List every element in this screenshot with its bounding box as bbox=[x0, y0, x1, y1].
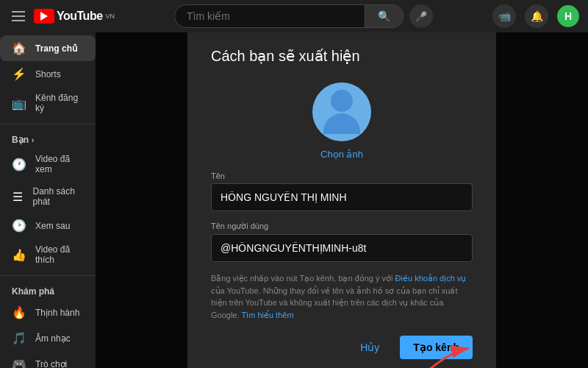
terms-text: Bằng việc nhấp vào nút Tạo kênh, bạn đồn… bbox=[211, 272, 473, 321]
avatar-circle[interactable] bbox=[312, 82, 371, 141]
mic-button[interactable]: 🎤 bbox=[409, 4, 433, 28]
gaming-icon: 🎮 bbox=[12, 357, 26, 368]
section-ban: Bạn › bbox=[0, 129, 96, 148]
vn-badge: VN bbox=[106, 13, 115, 20]
search-input[interactable] bbox=[187, 10, 353, 22]
sidebar-item-label: Thịnh hành bbox=[35, 308, 79, 318]
youtube-logo-text: YouTube bbox=[57, 10, 103, 23]
section-kham-pha: Khám phá bbox=[0, 280, 96, 300]
search-bar: 🔍 🎤 bbox=[123, 4, 484, 28]
modal-footer: Hủy Tạo kênh bbox=[211, 336, 473, 359]
modal-title: Cách bạn sẽ xuất hiện bbox=[211, 47, 473, 65]
sidebar-item-trang-chu[interactable]: 🏠 Trang chủ bbox=[0, 35, 96, 61]
sidebar: 🏠 Trang chủ ⚡ Shorts 📺 Kênh đăng ký Bạn … bbox=[0, 32, 96, 368]
header: YouTubeVN 🔍 🎤 📹 🔔 H bbox=[0, 0, 588, 32]
hamburger-icon[interactable] bbox=[9, 8, 28, 24]
username-input-group: Tên người dùng bbox=[211, 222, 473, 262]
sidebar-item-label: Video đã thích bbox=[35, 244, 84, 265]
avatar-section: Chọn ảnh bbox=[211, 82, 473, 160]
search-button[interactable]: 🔍 bbox=[365, 4, 404, 28]
search-icon: 🔍 bbox=[378, 10, 390, 22]
sidebar-divider-1 bbox=[0, 124, 96, 124]
youtube-logo-icon bbox=[34, 9, 54, 24]
upload-icon: 📹 bbox=[498, 10, 511, 22]
username-label: Tên người dùng bbox=[211, 222, 473, 231]
playlist-icon: ☰ bbox=[12, 190, 24, 204]
sidebar-item-kenh-dang-ky[interactable]: 📺 Kênh đăng ký bbox=[0, 87, 96, 119]
upload-button[interactable]: 📹 bbox=[492, 4, 516, 28]
sidebar-item-label: Xem sau bbox=[35, 221, 70, 231]
subscription-icon: 📺 bbox=[12, 96, 26, 110]
modal-overlay: Cách bạn sẽ xuất hiện Chọn ảnh Tên bbox=[96, 32, 588, 368]
name-input-group: Tên bbox=[211, 171, 473, 211]
sidebar-item-label: Danh sách phát bbox=[33, 186, 84, 207]
create-channel-modal: Cách bạn sẽ xuất hiện Chọn ảnh Tên bbox=[187, 32, 496, 368]
content-area: Cách bạn sẽ xuất hiện Chọn ảnh Tên bbox=[96, 32, 588, 368]
mic-icon: 🎤 bbox=[415, 11, 427, 22]
sidebar-item-tro-choi[interactable]: 🎮 Trò chơi bbox=[0, 351, 96, 368]
sidebar-item-xem-sau[interactable]: 🕑 Xem sau bbox=[0, 213, 96, 238]
terms-link-2[interactable]: Tìm hiểu thêm bbox=[241, 311, 293, 319]
watch-later-icon: 🕑 bbox=[12, 219, 26, 233]
music-icon: 🎵 bbox=[12, 331, 26, 345]
sidebar-item-label: Kênh đăng ký bbox=[35, 93, 84, 113]
sidebar-item-video-da-xem[interactable]: 🕐 Video đã xem bbox=[0, 148, 96, 180]
avatar-head bbox=[331, 90, 353, 112]
home-icon: 🏠 bbox=[12, 41, 26, 55]
header-right: 📹 🔔 H bbox=[492, 4, 579, 28]
bell-icon: 🔔 bbox=[531, 10, 543, 22]
create-channel-button[interactable]: Tạo kênh bbox=[400, 336, 473, 359]
name-input[interactable] bbox=[211, 183, 473, 211]
sidebar-item-danh-sach-phat[interactable]: ☰ Danh sách phát bbox=[0, 180, 96, 213]
youtube-logo[interactable]: YouTubeVN bbox=[34, 9, 115, 24]
sidebar-item-am-nhac[interactable]: 🎵 Âm nhạc bbox=[0, 325, 96, 351]
person-avatar-icon bbox=[323, 90, 360, 134]
sidebar-item-label: Âm nhạc bbox=[35, 333, 71, 344]
main-layout: 🏠 Trang chủ ⚡ Shorts 📺 Kênh đăng ký Bạn … bbox=[0, 32, 588, 368]
sidebar-item-label: Video đã xem bbox=[35, 154, 84, 174]
sidebar-divider-2 bbox=[0, 275, 96, 276]
liked-icon: 👍 bbox=[12, 248, 26, 262]
sidebar-item-label: Trang chủ bbox=[35, 43, 78, 54]
shorts-icon: ⚡ bbox=[12, 67, 26, 81]
sidebar-item-label: Trò chơi bbox=[35, 359, 67, 369]
header-left: YouTubeVN bbox=[9, 8, 115, 24]
name-label: Tên bbox=[211, 171, 473, 180]
user-avatar-button[interactable]: H bbox=[557, 5, 579, 27]
trending-icon: 🔥 bbox=[12, 305, 26, 319]
notifications-button[interactable]: 🔔 bbox=[525, 4, 548, 28]
history-icon: 🕐 bbox=[12, 158, 26, 171]
choose-photo-link[interactable]: Chọn ảnh bbox=[320, 149, 363, 160]
username-input[interactable] bbox=[211, 234, 473, 262]
cancel-button[interactable]: Hủy bbox=[351, 336, 388, 359]
sidebar-item-label: Shorts bbox=[35, 69, 61, 79]
sidebar-item-thinh-hanh[interactable]: 🔥 Thịnh hành bbox=[0, 300, 96, 325]
avatar-body bbox=[323, 113, 360, 134]
search-input-wrap bbox=[174, 4, 365, 28]
sidebar-item-shorts[interactable]: ⚡ Shorts bbox=[0, 61, 96, 87]
terms-link-1[interactable]: Điều khoản dịch vụ bbox=[395, 274, 467, 283]
sidebar-item-video-da-thich[interactable]: 👍 Video đã thích bbox=[0, 238, 96, 271]
